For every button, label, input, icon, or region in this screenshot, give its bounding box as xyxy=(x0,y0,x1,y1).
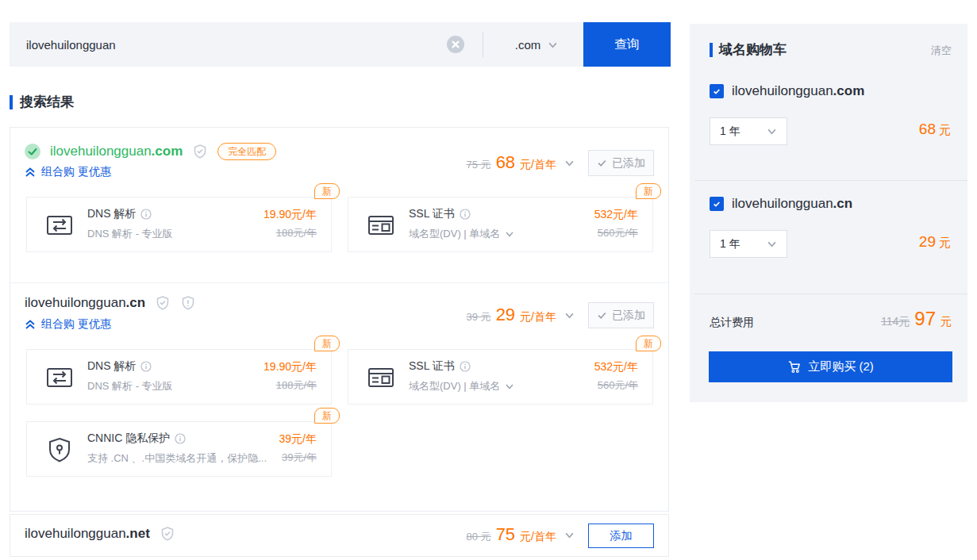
tld-selected-value: .com xyxy=(515,38,541,52)
price-expand-chevron-icon[interactable] xyxy=(564,158,575,168)
price-unit: 元/首年 xyxy=(520,158,556,172)
addon-card-ssl-cn[interactable]: SSL 证书 域名型(DV) | 单域名 532元/年 560元/年 xyxy=(348,349,653,405)
chevron-down-icon xyxy=(548,40,558,50)
shield-check-icon[interactable] xyxy=(160,526,175,542)
shield-check-icon[interactable] xyxy=(192,144,208,159)
price-expand-chevron-icon[interactable] xyxy=(564,530,575,540)
price-unit: 元/首年 xyxy=(520,310,556,324)
price-cluster-com: 75 元 68 元/首年 xyxy=(467,152,575,173)
combo-purchase-link-com[interactable]: 组合购 更优惠 xyxy=(25,165,111,179)
cart-item-price-com: 68元 xyxy=(919,121,951,138)
cart-item-cn: ilovehuilongguan.cn xyxy=(710,196,852,212)
cart-item-domain: ilovehuilongguan.com xyxy=(732,83,864,99)
chevron-down-icon xyxy=(767,126,777,136)
addon-old-price: 188元/年 xyxy=(276,226,317,240)
new-badge: 新 xyxy=(636,336,661,351)
info-icon[interactable] xyxy=(140,209,152,220)
chevron-down-icon xyxy=(767,239,777,249)
addon-price: 532元/年 xyxy=(594,360,638,374)
info-icon[interactable] xyxy=(140,361,152,372)
add-button-net[interactable]: 添加 xyxy=(588,524,654,548)
cart-clear-link[interactable]: 清空 xyxy=(931,44,952,58)
shield-check-icon[interactable] xyxy=(155,295,171,311)
addon-title: SSL 证书 xyxy=(409,359,471,374)
result-row-cn-header: ilovehuilongguan.cn xyxy=(25,295,196,311)
addon-subtitle: DNS 解析 - 专业版 xyxy=(87,227,173,241)
double-chevron-up-icon xyxy=(25,319,36,330)
total-cost-label: 总计费用 xyxy=(710,316,754,330)
domain-cart-panel: 域名购物车 清空 ilovehuilongguan.com 1 年 68元 il… xyxy=(690,24,967,402)
cart-item-domain: ilovehuilongguan.cn xyxy=(732,196,852,212)
info-icon[interactable] xyxy=(460,361,471,372)
check-circle-icon xyxy=(25,144,40,159)
total-old-price: 114元 xyxy=(881,315,910,329)
result-row-net: ilovehuilongguan.net 80 元 75 元/首年 添加 xyxy=(10,514,669,557)
chevron-down-icon xyxy=(505,382,514,391)
result-row-net-header: ilovehuilongguan.net xyxy=(25,526,175,542)
addon-card-dns-cn[interactable]: DNS 解析 DNS 解析 - 专业版 19.90元/年 188元/年 xyxy=(26,349,332,405)
info-icon[interactable] xyxy=(460,209,471,220)
search-bar: .com 查询 xyxy=(10,22,671,67)
double-chevron-up-icon xyxy=(25,167,36,178)
addon-price: 19.90元/年 xyxy=(263,208,317,222)
cart-divider xyxy=(694,293,967,294)
cart-divider xyxy=(694,180,967,181)
combo-purchase-link-cn[interactable]: 组合购 更优惠 xyxy=(25,317,111,332)
title-accent-bar xyxy=(710,43,713,57)
search-query-button[interactable]: 查询 xyxy=(583,22,671,67)
price-cluster-net: 80 元 75 元/首年 xyxy=(467,524,575,545)
info-icon[interactable] xyxy=(175,433,186,444)
term-select-com[interactable]: 1 年 xyxy=(710,117,787,145)
result-domain-net[interactable]: ilovehuilongguan.net xyxy=(25,526,150,542)
clear-search-icon[interactable] xyxy=(447,36,464,53)
addon-title: CNNIC 隐私保护 xyxy=(87,432,186,446)
section-title-text: 搜索结果 xyxy=(20,93,74,111)
addon-old-price: 560元/年 xyxy=(598,378,638,393)
row-divider xyxy=(10,282,668,283)
cart-icon xyxy=(787,360,801,374)
search-divider xyxy=(483,32,483,57)
check-icon xyxy=(597,158,607,168)
cart-item-checkbox[interactable] xyxy=(710,84,724,98)
addon-subtitle[interactable]: 域名型(DV) | 单域名 xyxy=(409,379,514,393)
new-badge: 新 xyxy=(636,183,661,199)
addon-card-dns-com[interactable]: DNS 解析 DNS 解析 - 专业版 19.90元/年 188元/年 xyxy=(26,197,332,252)
old-price: 39 元 xyxy=(467,310,491,324)
results-section-title: 搜索结果 xyxy=(10,93,74,111)
addon-subtitle[interactable]: 域名型(DV) | 单域名 xyxy=(409,227,514,241)
price-cluster-cn: 39 元 29 元/首年 xyxy=(467,305,575,325)
new-badge: 新 xyxy=(314,183,340,199)
current-price: 68 xyxy=(496,152,515,173)
buy-now-button[interactable]: 立即购买 (2) xyxy=(709,351,952,382)
price-expand-chevron-icon[interactable] xyxy=(564,310,575,320)
cart-item-com: ilovehuilongguan.com xyxy=(710,83,864,99)
addon-card-ssl-com[interactable]: SSL 证书 域名型(DV) | 单域名 532元/年 560元/年 xyxy=(348,197,653,252)
current-price: 29 xyxy=(496,305,515,325)
domain-search-page: .com 查询 搜索结果 ilovehuilongguan.com 完全匹配 7… xyxy=(0,0,977,560)
addon-card-cnnic-cn[interactable]: CNNIC 隐私保护 支持 .CN 、.中国类域名开通，保护隐... 39元/年… xyxy=(26,421,332,477)
addon-price: 532元/年 xyxy=(594,208,638,222)
cart-item-price-cn: 29元 xyxy=(919,233,951,251)
result-domain-com[interactable]: ilovehuilongguan.com xyxy=(50,144,183,159)
total-price: 97 xyxy=(914,308,936,330)
new-badge: 新 xyxy=(314,336,340,351)
result-row-com-header: ilovehuilongguan.com 完全匹配 xyxy=(25,143,276,160)
added-button-cn[interactable]: 已添加 xyxy=(588,302,654,328)
addon-price: 39元/年 xyxy=(279,432,317,447)
addon-price: 19.90元/年 xyxy=(263,360,317,374)
total-cost-value: 114元 97 元 xyxy=(881,308,952,330)
dns-icon xyxy=(45,363,74,392)
shield-alert-icon[interactable] xyxy=(180,295,196,311)
search-input[interactable] xyxy=(10,22,438,67)
result-domain-cn[interactable]: ilovehuilongguan.cn xyxy=(25,295,145,311)
addon-old-price: 188元/年 xyxy=(276,378,317,393)
dns-icon xyxy=(45,211,74,240)
term-select-cn[interactable]: 1 年 xyxy=(710,230,787,258)
cart-item-checkbox[interactable] xyxy=(710,197,724,211)
tld-selector[interactable]: .com xyxy=(492,22,581,67)
chevron-down-icon xyxy=(505,229,514,239)
added-button-com[interactable]: 已添加 xyxy=(588,150,654,176)
current-price: 75 xyxy=(496,524,515,545)
ssl-certificate-icon xyxy=(367,211,395,240)
old-price: 75 元 xyxy=(467,158,491,172)
